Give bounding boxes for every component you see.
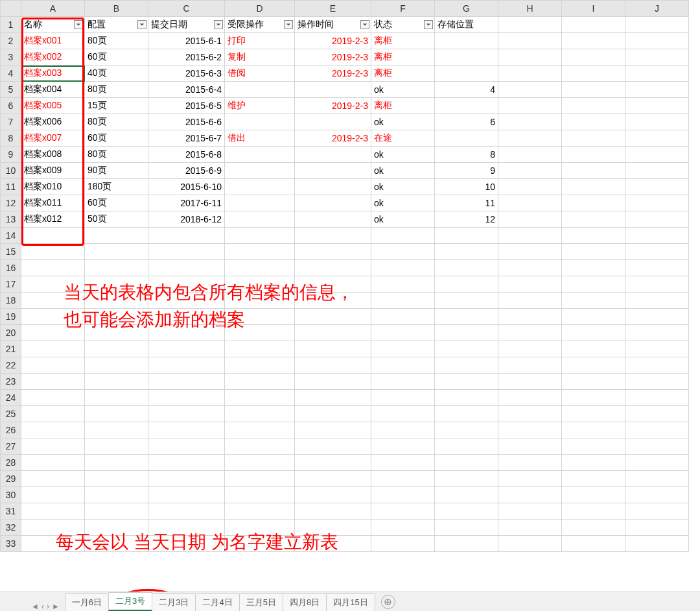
- cell-A19[interactable]: [21, 309, 85, 325]
- cell-F7[interactable]: ok: [371, 114, 435, 130]
- cell-B6[interactable]: 15页: [85, 98, 148, 114]
- cell-J15[interactable]: [625, 244, 689, 260]
- cell-F17[interactable]: [371, 276, 435, 293]
- cell-D28[interactable]: [225, 455, 295, 471]
- cell-D30[interactable]: [225, 487, 295, 503]
- cell-E15[interactable]: [295, 244, 371, 260]
- cell-A13[interactable]: 档案x012: [21, 211, 85, 228]
- cell-A2[interactable]: 档案x001: [21, 33, 85, 49]
- cell-G19[interactable]: [435, 309, 498, 325]
- cell-I16[interactable]: [562, 260, 625, 276]
- cell-J9[interactable]: [625, 147, 689, 163]
- cell-J16[interactable]: [625, 260, 689, 276]
- cell-J19[interactable]: [625, 309, 689, 325]
- cell-J20[interactable]: [625, 325, 689, 341]
- row-header-7[interactable]: 7: [1, 114, 21, 130]
- cell-H29[interactable]: [498, 471, 562, 487]
- cell-E10[interactable]: [295, 163, 371, 179]
- cell-F16[interactable]: [371, 260, 435, 276]
- add-sheet-button[interactable]: ⊕: [381, 595, 395, 609]
- cell-B31[interactable]: [85, 503, 148, 520]
- row-header-32[interactable]: 32: [1, 520, 21, 536]
- cell-F4[interactable]: 离柜: [371, 66, 435, 82]
- filter-dropdown-icon[interactable]: [360, 20, 369, 29]
- cell-B7[interactable]: 80页: [85, 114, 148, 130]
- header-cell-F[interactable]: 状态: [371, 17, 435, 33]
- cell-H23[interactable]: [498, 374, 562, 390]
- cell-G16[interactable]: [435, 260, 498, 276]
- cell-A11[interactable]: 档案x010: [21, 179, 85, 195]
- cell-B13[interactable]: 50页: [85, 211, 148, 228]
- row-header-31[interactable]: 31: [1, 503, 21, 520]
- cell-D13[interactable]: [225, 211, 295, 228]
- cell-C2[interactable]: 2015-6-1: [148, 33, 225, 49]
- cell-B11[interactable]: 180页: [85, 179, 148, 195]
- cell-E11[interactable]: [295, 179, 371, 195]
- cell-F5[interactable]: ok: [371, 82, 435, 98]
- cell-A29[interactable]: [21, 471, 85, 487]
- cell-G18[interactable]: [435, 293, 498, 309]
- cell-A16[interactable]: [21, 260, 85, 276]
- cell-A31[interactable]: [21, 503, 85, 520]
- sheet-tab-5[interactable]: 四月8日: [283, 593, 327, 611]
- cell-A17[interactable]: [21, 276, 85, 293]
- tab-scroll-next-icon[interactable]: ›: [47, 602, 49, 611]
- cell-D31[interactable]: [225, 503, 295, 520]
- cell-D24[interactable]: [225, 390, 295, 406]
- cell-J30[interactable]: [625, 487, 689, 503]
- cell-E4[interactable]: 2019-2-3: [295, 66, 371, 82]
- cell-E14[interactable]: [295, 228, 371, 244]
- cell-G33[interactable]: [435, 536, 498, 552]
- cell-G25[interactable]: [435, 406, 498, 422]
- cell-I5[interactable]: [562, 82, 625, 98]
- cell-E32[interactable]: [295, 520, 371, 536]
- cell-I21[interactable]: [562, 341, 625, 357]
- cell-H18[interactable]: [498, 293, 562, 309]
- cell-J11[interactable]: [625, 179, 689, 195]
- cell-E2[interactable]: 2019-2-3: [295, 33, 371, 49]
- cell-C4[interactable]: 2015-6-3: [148, 66, 225, 82]
- cell-H14[interactable]: [498, 228, 562, 244]
- cell-D18[interactable]: [225, 293, 295, 309]
- column-header-H[interactable]: H: [498, 1, 562, 17]
- cell-A10[interactable]: 档案x009: [21, 163, 85, 179]
- cell-F13[interactable]: ok: [371, 211, 435, 228]
- cell-I23[interactable]: [562, 374, 625, 390]
- cell-G14[interactable]: [435, 228, 498, 244]
- cell-E31[interactable]: [295, 503, 371, 520]
- cell-G22[interactable]: [435, 357, 498, 374]
- cell-B10[interactable]: 90页: [85, 163, 148, 179]
- cell-H12[interactable]: [498, 195, 562, 211]
- row-header-5[interactable]: 5: [1, 82, 21, 98]
- cell-F21[interactable]: [371, 341, 435, 357]
- cell-E6[interactable]: 2019-2-3: [295, 98, 371, 114]
- row-header-3[interactable]: 3: [1, 49, 21, 66]
- cell-B9[interactable]: 80页: [85, 147, 148, 163]
- cell-G3[interactable]: [435, 49, 498, 66]
- cell-C24[interactable]: [148, 390, 225, 406]
- sheet-tab-3[interactable]: 二月4日: [195, 593, 239, 611]
- cell-J12[interactable]: [625, 195, 689, 211]
- cell-B22[interactable]: [85, 357, 148, 374]
- cell-B23[interactable]: [85, 374, 148, 390]
- row-header-30[interactable]: 30: [1, 487, 21, 503]
- cell-B19[interactable]: [85, 309, 148, 325]
- cell-A28[interactable]: [21, 455, 85, 471]
- row-header-25[interactable]: 25: [1, 406, 21, 422]
- cell-I7[interactable]: [562, 114, 625, 130]
- cell-I8[interactable]: [562, 130, 625, 147]
- cell-C25[interactable]: [148, 406, 225, 422]
- cell-J31[interactable]: [625, 503, 689, 520]
- cell-A33[interactable]: [21, 536, 85, 552]
- cell-C29[interactable]: [148, 471, 225, 487]
- cell-G32[interactable]: [435, 520, 498, 536]
- cell-C31[interactable]: [148, 503, 225, 520]
- cell-J10[interactable]: [625, 163, 689, 179]
- cell-D15[interactable]: [225, 244, 295, 260]
- cell-J14[interactable]: [625, 228, 689, 244]
- cell-F30[interactable]: [371, 487, 435, 503]
- cell-H8[interactable]: [498, 130, 562, 147]
- column-header-G[interactable]: G: [435, 1, 498, 17]
- tab-scroll-first-icon[interactable]: ◄: [31, 602, 39, 611]
- cell-E17[interactable]: [295, 276, 371, 293]
